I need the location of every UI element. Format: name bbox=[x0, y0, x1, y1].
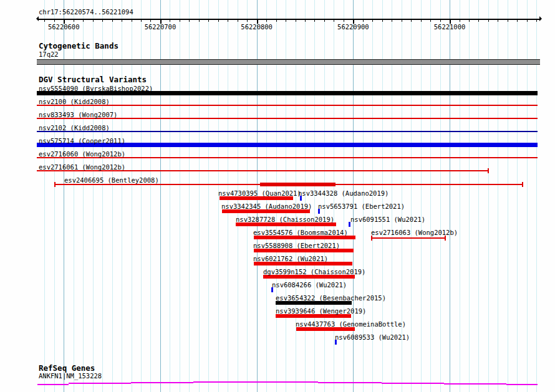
ruler-tick bbox=[536, 19, 537, 22]
gene-segment[interactable] bbox=[444, 383, 506, 385]
variant-label: nsv6021762 (Wu2021) bbox=[253, 255, 328, 262]
variant-line[interactable] bbox=[37, 131, 538, 132]
variant-line-endtick bbox=[371, 236, 372, 241]
ruler-tick bbox=[372, 19, 373, 22]
variant-label: esv2716061 (Wong2012b) bbox=[39, 163, 125, 171]
variant-label: nsv3342345 (Audano2019) bbox=[221, 203, 312, 210]
ruler-tick bbox=[411, 19, 412, 22]
gene-segment[interactable] bbox=[193, 381, 257, 383]
gene-segment[interactable] bbox=[257, 381, 318, 383]
variant-label: nsv4437763 (GenomeinaBottle) bbox=[296, 320, 406, 328]
ruler-tick bbox=[286, 19, 286, 22]
variant-label: nsv6084266 (Wu2021) bbox=[272, 281, 347, 289]
variant-label: nsv3939646 (Wenger2019) bbox=[276, 307, 366, 315]
section-title-dgv-structural-variants: DGV Structural Variants bbox=[39, 75, 147, 84]
variant-label: nsv3287728 (Chaisson2019) bbox=[236, 216, 334, 223]
ruler-tick bbox=[218, 19, 219, 22]
variant-label: nsv6091551 (Wu2021) bbox=[350, 216, 425, 223]
ruler-arrow-right-icon bbox=[539, 16, 544, 21]
ruler-tick-label: 56221000 bbox=[433, 23, 466, 31]
gene-segment[interactable] bbox=[131, 382, 193, 383]
section-title-cytogenetic-bands: Cytogenetic Bands bbox=[39, 42, 118, 50]
variant-label: esv3554576 (Boomsma2014) bbox=[253, 229, 348, 236]
variant-label: esv2406695 (Bentley2008) bbox=[64, 176, 159, 184]
variant-label: esv2716060 (Wong2012b) bbox=[39, 150, 125, 158]
genome-browser-view: chr17:56220574..56221094 Cytogenetic Ban… bbox=[0, 0, 555, 392]
ruler-tick bbox=[498, 19, 498, 22]
ruler-tick bbox=[141, 19, 142, 22]
variant-label: nsv2102 (Kidd2008) bbox=[39, 124, 110, 131]
ruler-tick bbox=[189, 19, 190, 22]
ruler-tick bbox=[83, 19, 84, 22]
variant-label: nsv5653791 (Ebert2021) bbox=[318, 203, 405, 210]
ruler-tick bbox=[305, 19, 306, 22]
variant-line-endtick bbox=[54, 182, 56, 187]
ruler-tick bbox=[517, 19, 518, 22]
variant-line[interactable] bbox=[37, 105, 538, 106]
ruler-tick bbox=[344, 19, 344, 22]
ruler-tick bbox=[170, 19, 170, 22]
ruler-tick bbox=[238, 19, 238, 22]
variant-label: nsv6089533 (Wu2021) bbox=[335, 333, 410, 341]
ruler-tick bbox=[460, 19, 460, 22]
variant-label: nsv3344328 (Audano2019) bbox=[298, 189, 388, 197]
ruler-tick bbox=[469, 19, 470, 22]
section-title-refseq-genes: RefSeq Genes bbox=[39, 364, 95, 372]
ruler-tick bbox=[247, 19, 248, 22]
ruler-tick bbox=[228, 19, 228, 22]
ruler-tick bbox=[102, 19, 103, 22]
ruler-tick bbox=[74, 19, 74, 22]
variant-label: esv3654322 (Besenbacher2015) bbox=[276, 294, 386, 302]
ruler-tick bbox=[112, 19, 113, 22]
ruler-tick-label: 56220600 bbox=[47, 23, 80, 31]
ruler-tick bbox=[314, 19, 315, 22]
variant-label: nsv2100 (Kidd2008) bbox=[39, 98, 110, 105]
ruler-tick bbox=[150, 19, 151, 22]
variant-label: nsv5588908 (Ebert2021) bbox=[253, 242, 340, 249]
gene-segment[interactable] bbox=[318, 382, 382, 383]
ruler-tick bbox=[208, 19, 209, 22]
variant-label: esv2716063 (Wong2012b) bbox=[371, 229, 458, 236]
ruler-tick bbox=[54, 19, 55, 22]
ruler-tick bbox=[402, 19, 402, 22]
gene-label: ANKFN1|NM_153228 bbox=[39, 372, 102, 380]
ruler-tick bbox=[508, 19, 508, 22]
gene-segment[interactable] bbox=[69, 383, 131, 384]
gene-segment[interactable] bbox=[382, 383, 444, 384]
variant-label: nsv575714 (Cooper2011) bbox=[39, 137, 125, 145]
ruler-tick bbox=[478, 19, 479, 22]
ruler-tick-label: 56220800 bbox=[240, 23, 274, 31]
gene-segment[interactable] bbox=[37, 384, 69, 385]
ruler-tick bbox=[44, 19, 45, 22]
ruler-tick bbox=[392, 19, 392, 22]
variant-line[interactable] bbox=[372, 237, 445, 239]
ruler-tick bbox=[363, 19, 364, 22]
ruler-tick bbox=[324, 19, 325, 22]
cytoband-label: 17q22 bbox=[39, 50, 59, 58]
variant-line-endtick bbox=[445, 236, 446, 241]
ruler-tick bbox=[296, 19, 296, 22]
ruler-tick bbox=[440, 19, 441, 22]
variant-label: dgv3599n152 (Chaisson2019) bbox=[263, 268, 365, 275]
region-label: chr17:56220574..56221094 bbox=[39, 8, 133, 16]
ruler-tick bbox=[199, 19, 200, 22]
ruler-tick bbox=[527, 19, 528, 22]
ruler-tick bbox=[430, 19, 431, 22]
ruler-tick bbox=[334, 19, 334, 22]
ruler-axis bbox=[37, 19, 541, 20]
variant-thick-segment[interactable] bbox=[260, 183, 335, 186]
cytoband-bar[interactable] bbox=[37, 59, 540, 65]
ruler-tick bbox=[421, 19, 422, 22]
ruler-tick bbox=[93, 19, 94, 22]
ruler-tick bbox=[382, 19, 383, 22]
ruler-tick bbox=[132, 19, 132, 22]
ruler-tick-label: 56220900 bbox=[336, 23, 370, 31]
ruler-tick bbox=[180, 19, 180, 22]
variant-line-endtick bbox=[522, 182, 523, 187]
ruler-arrow-left-icon bbox=[34, 16, 39, 21]
variant-line-endtick bbox=[488, 168, 489, 173]
ruler-tick bbox=[122, 19, 122, 22]
variant-label: nsv833493 (Wong2007) bbox=[39, 111, 117, 118]
variant-label: nsv4730395 (Quan2021) bbox=[218, 189, 301, 197]
gene-segment[interactable] bbox=[506, 384, 538, 385]
